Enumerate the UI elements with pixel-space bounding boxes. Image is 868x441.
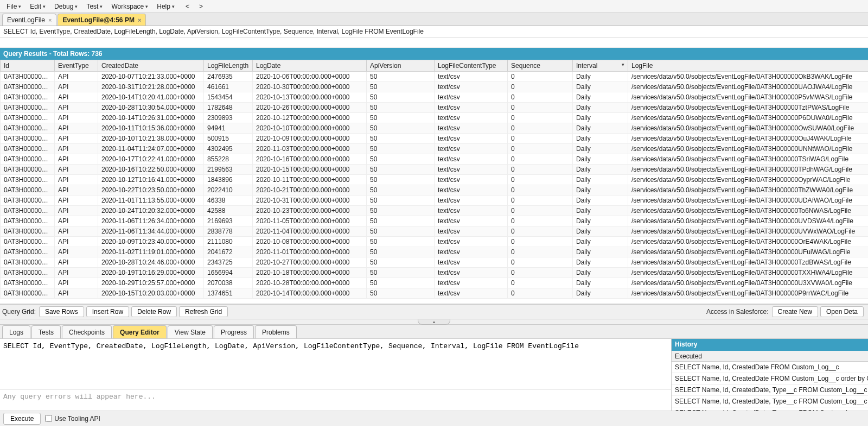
cell-eventtype[interactable]: API	[55, 206, 98, 216]
cell-sequence[interactable]: 0	[508, 82, 573, 92]
cell-logdate[interactable]: 2020-10-16T00:00:00.000+0000	[253, 154, 367, 165]
menu-edit[interactable]: Edit▾	[25, 0, 50, 13]
cell-id[interactable]: 0AT3H000000UF...	[1, 247, 55, 257]
cell-id[interactable]: 0AT3H000000UA...	[1, 82, 55, 92]
table-row[interactable]: 0AT3H000000P9r...API2020-10-15T10:20:03.…	[1, 288, 869, 299]
cell-createddate[interactable]: 2020-10-17T10:22:41.000+0000	[98, 154, 204, 165]
cell-logdate[interactable]: 2020-10-28T00:00:00.000+0000	[253, 278, 367, 288]
tab-close-icon[interactable]: ×	[48, 17, 52, 23]
cell-interval[interactable]: Daily	[573, 226, 628, 237]
cell-eventtype[interactable]: API	[55, 216, 98, 226]
cell-apiversion[interactable]: 50	[367, 103, 435, 113]
column-header-logfilecontenttype[interactable]: LogFileContentType	[435, 60, 508, 72]
cell-logfile[interactable]: /services/data/v50.0/sobjects/EventLogFi…	[628, 113, 869, 123]
cell-logfilecontenttype[interactable]: text/csv	[435, 268, 508, 278]
cell-sequence[interactable]: 0	[508, 278, 573, 288]
table-row[interactable]: 0AT3H000000UV...API2020-11-06T11:34:44.0…	[1, 226, 869, 237]
cell-logfile[interactable]: /services/data/v50.0/sobjects/EventLogFi…	[628, 154, 869, 165]
cell-logdate[interactable]: 2020-11-04T00:00:00.000+0000	[253, 226, 367, 237]
cell-id[interactable]: 0AT3H000000Ok...	[1, 72, 55, 82]
cell-logdate[interactable]: 2020-10-31T00:00:00.000+0000	[253, 196, 367, 206]
cell-apiversion[interactable]: 50	[367, 175, 435, 185]
cell-id[interactable]: 0AT3H000000Or...	[1, 237, 55, 247]
cell-eventtype[interactable]: API	[55, 175, 98, 185]
cell-id[interactable]: 0AT3H000000P9r...	[1, 288, 55, 299]
cell-apiversion[interactable]: 50	[367, 72, 435, 82]
cell-logfilelength[interactable]: 1782648	[204, 103, 253, 113]
cell-logfilelength[interactable]: 2169693	[204, 216, 253, 226]
cell-interval[interactable]: Daily	[573, 103, 628, 113]
cell-logdate[interactable]: 2020-10-15T00:00:00.000+0000	[253, 165, 367, 175]
cell-logfilecontenttype[interactable]: text/csv	[435, 123, 508, 134]
cell-eventtype[interactable]: API	[55, 154, 98, 165]
cell-interval[interactable]: Daily	[573, 257, 628, 268]
cell-logfilecontenttype[interactable]: text/csv	[435, 247, 508, 257]
cell-logdate[interactable]: 2020-10-23T00:00:00.000+0000	[253, 206, 367, 216]
cell-eventtype[interactable]: API	[55, 196, 98, 206]
cell-logdate[interactable]: 2020-10-27T00:00:00.000+0000	[253, 257, 367, 268]
cell-logfile[interactable]: /services/data/v50.0/sobjects/EventLogFi…	[628, 72, 869, 82]
cell-sequence[interactable]: 0	[508, 206, 573, 216]
editor-tab-0[interactable]: EventLogFile×	[2, 14, 56, 26]
table-row[interactable]: 0AT3H000000Th...API2020-10-22T10:23:50.0…	[1, 185, 869, 196]
cell-logfile[interactable]: /services/data/v50.0/sobjects/EventLogFi…	[628, 206, 869, 216]
cell-logfilelength[interactable]: 2022410	[204, 185, 253, 196]
cell-id[interactable]: 0AT3H000000UV...	[1, 216, 55, 226]
cell-logfilecontenttype[interactable]: text/csv	[435, 206, 508, 216]
column-header-id[interactable]: Id	[1, 60, 55, 72]
cell-createddate[interactable]: 2020-10-11T10:15:36.000+0000	[98, 123, 204, 134]
cell-logfilelength[interactable]: 2070038	[204, 278, 253, 288]
cell-logdate[interactable]: 2020-10-26T00:00:00.000+0000	[253, 103, 367, 113]
cell-eventtype[interactable]: API	[55, 257, 98, 268]
cell-logfilelength[interactable]: 2476935	[204, 72, 253, 82]
cell-logfile[interactable]: /services/data/v50.0/sobjects/EventLogFi…	[628, 247, 869, 257]
cell-logfilecontenttype[interactable]: text/csv	[435, 226, 508, 237]
table-row[interactable]: 0AT3H000000Or...API2020-10-09T10:23:40.0…	[1, 237, 869, 247]
cell-id[interactable]: 0AT3H000000UN...	[1, 144, 55, 154]
table-row[interactable]: 0AT3H000000TP...API2020-10-16T10:22:50.0…	[1, 165, 869, 175]
cell-sequence[interactable]: 0	[508, 154, 573, 165]
cell-eventtype[interactable]: API	[55, 226, 98, 237]
cell-logdate[interactable]: 2020-10-18T00:00:00.000+0000	[253, 268, 367, 278]
cell-interval[interactable]: Daily	[573, 185, 628, 196]
nav-back[interactable]: <	[182, 3, 193, 10]
cell-logfilecontenttype[interactable]: text/csv	[435, 144, 508, 154]
cell-interval[interactable]: Daily	[573, 206, 628, 216]
bottom-tab-view-state[interactable]: View State	[168, 325, 213, 338]
history-item[interactable]: SELECT Name, Id, CreatedDate, Type__c FR…	[672, 407, 868, 411]
cell-apiversion[interactable]: 50	[367, 134, 435, 144]
column-header-logfile[interactable]: LogFile	[628, 60, 869, 72]
cell-logfilelength[interactable]: 1374651	[204, 288, 253, 299]
cell-apiversion[interactable]: 50	[367, 216, 435, 226]
cell-logdate[interactable]: 2020-10-08T00:00:00.000+0000	[253, 237, 367, 247]
bottom-tab-logs[interactable]: Logs	[2, 325, 30, 338]
cell-interval[interactable]: Daily	[573, 247, 628, 257]
cell-logfilelength[interactable]: 2838778	[204, 226, 253, 237]
cell-eventtype[interactable]: API	[55, 278, 98, 288]
cell-interval[interactable]: Daily	[573, 175, 628, 185]
menu-debug[interactable]: Debug▾	[50, 0, 82, 13]
column-header-apiversion[interactable]: ApiVersion	[367, 60, 435, 72]
table-row[interactable]: 0AT3H000000UN...API2020-11-04T11:24:07.0…	[1, 144, 869, 154]
column-header-logdate[interactable]: LogDate	[253, 60, 367, 72]
column-header-interval[interactable]: Interval▾	[573, 60, 628, 72]
cell-id[interactable]: 0AT3H000000To6...	[1, 206, 55, 216]
cell-id[interactable]: 0AT3H000000Ou...	[1, 134, 55, 144]
bottom-tab-tests[interactable]: Tests	[31, 325, 61, 338]
table-row[interactable]: 0AT3H000000U3...API2020-10-29T10:25:57.0…	[1, 278, 869, 288]
cell-createddate[interactable]: 2020-10-09T10:23:40.000+0000	[98, 237, 204, 247]
cell-sequence[interactable]: 0	[508, 72, 573, 82]
cell-id[interactable]: 0AT3H000000Tzt...	[1, 103, 55, 113]
cell-apiversion[interactable]: 50	[367, 123, 435, 134]
cell-createddate[interactable]: 2020-11-04T11:24:07.000+0000	[98, 144, 204, 154]
cell-logfilelength[interactable]: 1656994	[204, 268, 253, 278]
cell-apiversion[interactable]: 50	[367, 144, 435, 154]
cell-createddate[interactable]: 2020-10-29T10:25:57.000+0000	[98, 278, 204, 288]
cell-sequence[interactable]: 0	[508, 268, 573, 278]
cell-eventtype[interactable]: API	[55, 247, 98, 257]
cell-apiversion[interactable]: 50	[367, 288, 435, 299]
cell-logfilecontenttype[interactable]: text/csv	[435, 154, 508, 165]
cell-logfilelength[interactable]: 4302495	[204, 144, 253, 154]
cell-eventtype[interactable]: API	[55, 237, 98, 247]
history-item[interactable]: SELECT Name, Id, CreatedDate, Type__c FR…	[672, 385, 868, 396]
